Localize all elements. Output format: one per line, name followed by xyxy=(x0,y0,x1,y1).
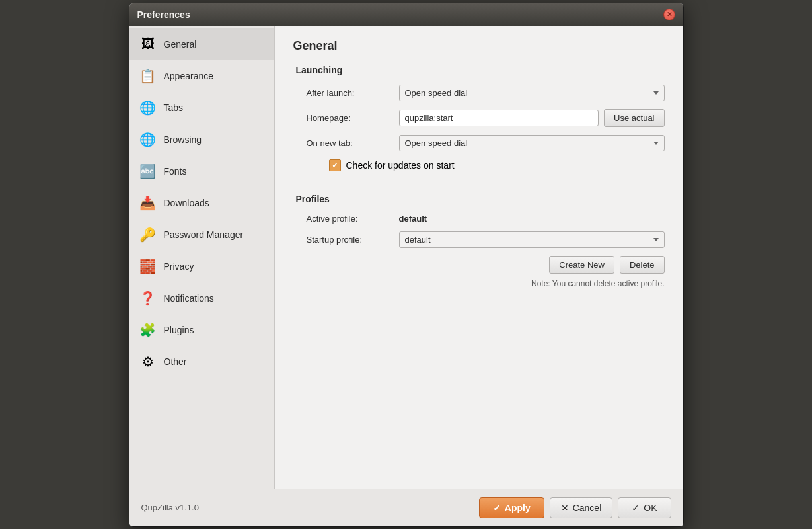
sidebar-item-label-downloads: Downloads xyxy=(164,198,209,208)
sidebar-item-label-password: Password Manager xyxy=(164,229,244,240)
privacy-icon: 🧱 xyxy=(139,257,157,276)
browsing-icon: 🌐 xyxy=(139,130,157,149)
cancel-button[interactable]: ✕ Cancel xyxy=(550,497,613,518)
on-new-tab-row: On new tab: Open speed dialOpen homepage… xyxy=(293,135,665,151)
plugins-icon: 🧩 xyxy=(139,321,157,339)
sidebar-item-label-privacy: Privacy xyxy=(164,261,194,272)
active-profile-row: Active profile: default xyxy=(293,214,665,224)
sidebar-item-label-fonts: Fonts xyxy=(164,166,187,177)
version-label: QupZilla v1.1.0 xyxy=(141,503,199,512)
sidebar-item-notifications[interactable]: ❓ Notifications xyxy=(129,282,274,314)
on-new-tab-control: Open speed dialOpen homepageOpen blank p… xyxy=(399,135,665,151)
active-profile-label: Active profile: xyxy=(307,214,399,224)
after-launch-label: After launch: xyxy=(307,88,399,98)
window-title: Preferences xyxy=(137,9,190,20)
sidebar-item-downloads[interactable]: 📥 Downloads xyxy=(129,187,274,219)
startup-profile-control: default xyxy=(399,231,665,248)
homepage-input[interactable] xyxy=(399,110,599,126)
apply-label: Apply xyxy=(505,503,531,513)
other-icon: ⚙ xyxy=(139,352,157,371)
homepage-control: Use actual xyxy=(399,109,665,127)
password-icon: 🔑 xyxy=(139,225,157,244)
apply-button[interactable]: ✓ Apply xyxy=(479,497,544,518)
sidebar-item-fonts[interactable]: 🔤 Fonts xyxy=(129,155,274,187)
sidebar-item-label-notifications: Notifications xyxy=(164,293,214,304)
ok-button[interactable]: ✓ OK xyxy=(618,497,671,518)
sidebar-item-label-other: Other xyxy=(164,356,187,367)
active-profile-value: default xyxy=(399,214,427,224)
create-new-button[interactable]: Create New xyxy=(549,256,614,274)
sidebar-item-browsing[interactable]: 🌐 Browsing xyxy=(129,124,274,155)
titlebar: Preferences ✕ xyxy=(129,3,683,26)
delete-button[interactable]: Delete xyxy=(620,256,665,274)
general-icon: 🖼 xyxy=(139,35,157,54)
sidebar-item-label-general: General xyxy=(164,39,197,50)
after-launch-row: After launch: Open speed dialOpen homepa… xyxy=(293,85,665,101)
after-launch-control: Open speed dialOpen homepageOpen blank p… xyxy=(399,85,665,101)
check-updates-label: Check for updates on start xyxy=(346,160,455,171)
main-content: General Launching After launch: Open spe… xyxy=(275,26,683,489)
sidebar-item-tabs[interactable]: 🌐 Tabs xyxy=(129,92,274,124)
homepage-label: Homepage: xyxy=(307,113,399,123)
ok-checkmark-icon: ✓ xyxy=(632,503,640,513)
footer: QupZilla v1.1.0 ✓ Apply ✕ Cancel ✓ OK xyxy=(129,489,683,526)
apply-checkmark-icon: ✓ xyxy=(493,503,501,513)
startup-profile-select[interactable]: default xyxy=(399,231,665,248)
profile-note: Note: You cannot delete active profile. xyxy=(293,279,665,288)
ok-label: OK xyxy=(644,503,657,513)
fonts-icon: 🔤 xyxy=(139,162,157,181)
sidebar-item-general[interactable]: 🖼 General xyxy=(129,28,274,60)
sidebar-item-label-appearance: Appearance xyxy=(164,71,214,81)
launching-section: Launching After launch: Open speed dialO… xyxy=(293,65,665,175)
sidebar-item-label-tabs: Tabs xyxy=(164,102,184,113)
startup-profile-row: Startup profile: default xyxy=(293,231,665,248)
profiles-section-title: Profiles xyxy=(293,194,665,204)
launching-section-title: Launching xyxy=(293,65,665,75)
footer-buttons: ✓ Apply ✕ Cancel ✓ OK xyxy=(479,497,671,518)
appearance-icon: 📋 xyxy=(139,67,157,85)
after-launch-select[interactable]: Open speed dialOpen homepageOpen blank p… xyxy=(399,85,665,101)
use-actual-button[interactable]: Use actual xyxy=(604,109,664,127)
downloads-icon: 📥 xyxy=(139,194,157,212)
check-updates-row: Check for updates on start xyxy=(293,159,665,171)
profile-actions: Create New Delete xyxy=(293,256,665,274)
on-new-tab-label: On new tab: xyxy=(307,138,399,148)
cancel-label: Cancel xyxy=(573,503,602,513)
sidebar-item-label-browsing: Browsing xyxy=(164,134,202,145)
sidebar-item-label-plugins: Plugins xyxy=(164,325,194,335)
cancel-x-icon: ✕ xyxy=(561,503,569,513)
sidebar-item-other[interactable]: ⚙ Other xyxy=(129,346,274,378)
profiles-section: Profiles Active profile: default Startup… xyxy=(293,194,665,288)
on-new-tab-select[interactable]: Open speed dialOpen homepageOpen blank p… xyxy=(399,135,665,151)
sidebar-item-password[interactable]: 🔑 Password Manager xyxy=(129,219,274,251)
notifications-icon: ❓ xyxy=(139,289,157,307)
tabs-icon: 🌐 xyxy=(139,99,157,117)
homepage-row: Homepage: Use actual xyxy=(293,109,665,127)
sidebar: 🖼 General 📋 Appearance 🌐 Tabs 🌐 Browsing… xyxy=(129,26,275,489)
sidebar-item-privacy[interactable]: 🧱 Privacy xyxy=(129,251,274,282)
sidebar-item-plugins[interactable]: 🧩 Plugins xyxy=(129,314,274,346)
sidebar-item-appearance[interactable]: 📋 Appearance xyxy=(129,60,274,92)
page-title: General xyxy=(293,39,665,53)
preferences-window: Preferences ✕ 🖼 General 📋 Appearance 🌐 T… xyxy=(129,3,684,527)
window-content: 🖼 General 📋 Appearance 🌐 Tabs 🌐 Browsing… xyxy=(129,26,683,489)
close-button[interactable]: ✕ xyxy=(663,9,675,20)
check-updates-checkbox[interactable] xyxy=(329,159,341,171)
startup-profile-label: Startup profile: xyxy=(307,235,399,245)
